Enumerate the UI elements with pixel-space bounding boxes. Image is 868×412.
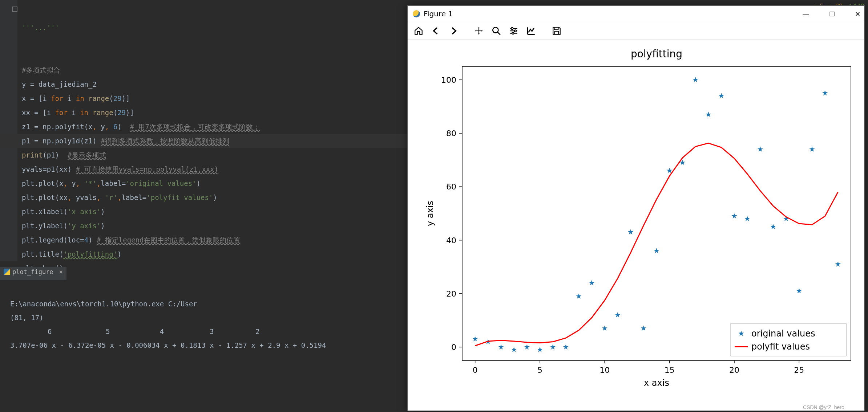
back-icon[interactable] bbox=[429, 24, 443, 37]
app-icon bbox=[413, 10, 420, 17]
svg-marker-41 bbox=[589, 280, 594, 285]
svg-point-2 bbox=[514, 30, 516, 32]
svg-text:80: 80 bbox=[446, 129, 456, 138]
svg-point-0 bbox=[493, 27, 498, 33]
svg-text:40: 40 bbox=[446, 236, 456, 245]
svg-marker-59 bbox=[822, 90, 828, 96]
svg-marker-53 bbox=[744, 216, 750, 221]
svg-text:0: 0 bbox=[451, 343, 456, 352]
docstring: '''...''' bbox=[22, 24, 59, 32]
svg-marker-42 bbox=[602, 326, 607, 331]
code-block[interactable]: '''...''' #多项式拟合 y = data_jiedian_2 x = … bbox=[22, 7, 260, 276]
svg-marker-36 bbox=[524, 344, 530, 350]
svg-marker-57 bbox=[796, 288, 802, 294]
chart: polyfittingx axisy axis05101520250204060… bbox=[408, 40, 864, 411]
svg-text:20: 20 bbox=[446, 289, 456, 298]
figure-window[interactable]: Figure 1 — ☐ ✕ polyfittingx axisy axis05… bbox=[407, 5, 865, 411]
python-icon bbox=[4, 269, 10, 275]
svg-rect-7 bbox=[462, 66, 851, 360]
minimize-icon[interactable]: — bbox=[803, 11, 809, 18]
svg-text:20: 20 bbox=[729, 366, 739, 375]
svg-text:polyfitting: polyfitting bbox=[631, 48, 682, 60]
axis-edit-icon[interactable] bbox=[525, 24, 538, 37]
svg-marker-38 bbox=[550, 344, 556, 350]
forward-icon[interactable] bbox=[447, 24, 460, 37]
svg-marker-32 bbox=[472, 336, 478, 342]
svg-marker-60 bbox=[835, 261, 841, 267]
fold-box[interactable] bbox=[12, 7, 17, 12]
svg-text:0: 0 bbox=[473, 366, 478, 375]
svg-text:25: 25 bbox=[794, 366, 804, 375]
svg-text:5: 5 bbox=[537, 366, 542, 375]
svg-text:y axis: y axis bbox=[425, 201, 435, 226]
svg-text:polyfit values: polyfit values bbox=[751, 342, 810, 352]
svg-marker-55 bbox=[770, 224, 776, 229]
svg-marker-51 bbox=[719, 93, 724, 98]
pan-icon[interactable] bbox=[472, 24, 485, 37]
svg-text:100: 100 bbox=[441, 76, 456, 85]
configure-icon[interactable] bbox=[507, 24, 520, 37]
close-icon[interactable]: ✕ bbox=[855, 11, 860, 18]
home-icon[interactable] bbox=[412, 24, 425, 37]
svg-point-1 bbox=[511, 28, 513, 29]
svg-marker-44 bbox=[628, 229, 633, 235]
run-tab[interactable]: plot_figure × bbox=[0, 267, 66, 282]
svg-marker-49 bbox=[693, 77, 698, 82]
close-icon[interactable]: × bbox=[59, 268, 63, 276]
mpl-toolbar bbox=[408, 22, 864, 40]
svg-marker-50 bbox=[706, 112, 711, 117]
svg-marker-54 bbox=[758, 146, 763, 151]
window-title: Figure 1 bbox=[424, 9, 453, 18]
zoom-icon[interactable] bbox=[490, 24, 503, 37]
svg-marker-58 bbox=[809, 146, 815, 151]
svg-text:60: 60 bbox=[446, 182, 456, 191]
watermark: CSDN @yrZ_hero bbox=[803, 404, 844, 410]
svg-marker-37 bbox=[537, 347, 542, 352]
maximize-icon[interactable]: ☐ bbox=[829, 11, 835, 18]
console-line: 3.707e-06 x - 6.372e-05 x - 0.006034 x +… bbox=[10, 341, 326, 349]
console-line: 6 5 4 3 2 bbox=[10, 327, 259, 335]
svg-marker-47 bbox=[667, 168, 672, 173]
svg-text:x axis: x axis bbox=[644, 378, 669, 388]
comment: #多项式拟合 bbox=[22, 66, 60, 74]
gutter bbox=[0, 0, 17, 261]
save-icon[interactable] bbox=[550, 24, 563, 37]
svg-marker-40 bbox=[576, 293, 581, 298]
svg-marker-35 bbox=[511, 347, 517, 352]
console-line: (81, 17) bbox=[10, 314, 44, 322]
svg-marker-46 bbox=[654, 248, 659, 253]
svg-marker-52 bbox=[731, 213, 737, 218]
svg-marker-34 bbox=[498, 344, 504, 350]
titlebar[interactable]: Figure 1 — ☐ ✕ bbox=[408, 6, 864, 22]
svg-text:10: 10 bbox=[599, 366, 610, 375]
svg-marker-39 bbox=[563, 344, 569, 350]
svg-text:15: 15 bbox=[665, 366, 675, 375]
console-line: E:\anaconda\envs\torch1.10\python.exe C:… bbox=[10, 300, 197, 308]
svg-marker-45 bbox=[641, 326, 646, 331]
svg-marker-43 bbox=[615, 312, 620, 318]
svg-text:original values: original values bbox=[751, 329, 815, 339]
svg-point-3 bbox=[512, 32, 514, 34]
